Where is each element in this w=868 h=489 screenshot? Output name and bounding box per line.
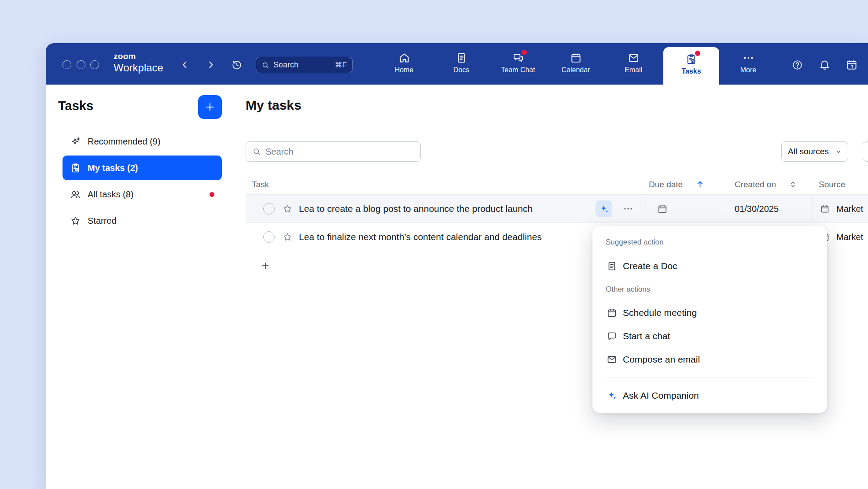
people-icon: [70, 189, 81, 200]
menu-item-label: Compose an email: [623, 354, 700, 365]
clipped-toolbar-control[interactable]: [863, 141, 868, 162]
help-button[interactable]: [790, 58, 804, 72]
search-icon: [261, 61, 269, 69]
column-divider: [726, 195, 726, 222]
task-source: Market: [836, 195, 863, 223]
sidebar-item-starred[interactable]: Starred: [63, 208, 222, 233]
source-calendar-icon: [820, 204, 830, 214]
chevron-down-icon: [835, 148, 842, 155]
menu-item-schedule-meeting[interactable]: Schedule meeting: [599, 301, 821, 324]
nav-label: Tasks: [681, 67, 701, 75]
task-title: Lea to finalize next month’s content cal…: [299, 223, 542, 251]
history-button[interactable]: [230, 58, 244, 72]
sidebar-item-label: My tasks (2): [88, 163, 138, 173]
doc-icon: [607, 261, 617, 271]
topbar-nav-email[interactable]: Email: [611, 52, 655, 74]
sidebar-item-all-tasks[interactable]: All tasks (8): [63, 182, 222, 207]
topbar-nav-home[interactable]: Home: [382, 52, 426, 74]
desktop-background: { "colors": { "accent": "#0b5cff", "topb…: [0, 0, 868, 489]
nav-label: Docs: [453, 66, 469, 74]
window-control-close[interactable]: [63, 60, 71, 69]
team-chat-notification-dot: [522, 50, 527, 55]
menu-item-label: Schedule meeting: [623, 307, 697, 318]
forward-button[interactable]: [204, 58, 218, 72]
sidebar-item-my-tasks[interactable]: My tasks (2): [63, 156, 222, 180]
topbar-nav-docs[interactable]: Docs: [439, 52, 483, 74]
tasks-search-input[interactable]: [265, 147, 414, 157]
menu-item-compose-email[interactable]: Compose an email: [599, 348, 821, 371]
global-search-shortcut: ⌘F: [335, 60, 347, 70]
app-window: zoom Workplace Search ⌘F Home Docs: [46, 43, 868, 489]
menu-item-create-doc[interactable]: Create a Doc: [599, 255, 821, 278]
add-due-date-icon[interactable]: [657, 204, 668, 214]
menu-item-label: Create a Doc: [623, 261, 677, 271]
menu-divider: [606, 378, 814, 378]
sidebar-item-recommended[interactable]: Recommended (9): [63, 129, 222, 154]
row-actions-button[interactable]: [620, 201, 636, 217]
back-button[interactable]: [178, 58, 192, 72]
task-row[interactable]: Lea to create a blog post to announce th…: [246, 195, 868, 223]
global-search-placeholder: Search: [273, 60, 298, 70]
sidebar-title: Tasks: [58, 99, 93, 113]
add-task-button[interactable]: [198, 95, 222, 119]
topbar-nav-more[interactable]: More: [726, 52, 770, 74]
global-search[interactable]: Search ⌘F: [256, 57, 353, 73]
source-filter-dropdown[interactable]: All sources: [781, 141, 848, 162]
ai-sparkle-icon: [607, 390, 617, 401]
all-tasks-notification-dot: [210, 192, 214, 197]
sidebar-item-label: All tasks (8): [88, 189, 133, 200]
ai-sparkle-icon: [599, 204, 609, 214]
sort-toggle-icon[interactable]: [789, 180, 797, 189]
header-source: Source: [819, 180, 845, 189]
logo-zoom: zoom: [114, 52, 163, 60]
task-checkbox[interactable]: [263, 231, 275, 243]
task-title: Lea to create a blog post to announce th…: [299, 195, 533, 223]
menu-item-label: Ask AI Companion: [623, 390, 699, 401]
topbar-nav-team-chat[interactable]: Team Chat: [496, 52, 540, 74]
menu-item-ask-ai-companion[interactable]: Ask AI Companion: [599, 384, 821, 407]
topbar-tab-tasks[interactable]: Tasks: [663, 47, 719, 85]
more-ellipsis-icon: [743, 52, 754, 64]
header-task: Task: [252, 180, 269, 189]
nav-label: More: [740, 66, 756, 74]
sort-ascending-icon[interactable]: [695, 180, 705, 189]
chevron-left-icon: [180, 59, 190, 70]
logo-workplace: Workplace: [114, 62, 163, 74]
envelope-icon: [607, 354, 617, 365]
chat-bubble-icon: [607, 331, 617, 341]
nav-label: Home: [395, 66, 414, 74]
menu-item-start-chat[interactable]: Start a chat: [599, 325, 821, 348]
star-icon[interactable]: [282, 204, 293, 214]
notifications-button[interactable]: [817, 58, 831, 72]
tasks-sidebar: Tasks Recommended (9) My tasks (2) All t…: [46, 85, 234, 489]
tasks-icon: [685, 53, 697, 65]
sidebar-item-label: Starred: [88, 216, 117, 226]
star-icon[interactable]: [282, 232, 293, 242]
task-source: Market: [836, 223, 863, 251]
search-icon: [252, 147, 261, 156]
window-control-maximize[interactable]: [90, 60, 99, 69]
task-list-icon: [70, 163, 81, 174]
task-checkbox[interactable]: [263, 203, 275, 215]
task-created-on: 01/30/2025: [735, 195, 779, 223]
ai-companion-button[interactable]: [596, 200, 612, 217]
page-title: My tasks: [246, 98, 302, 113]
history-clock-icon: [231, 59, 243, 70]
nav-label: Team Chat: [501, 66, 535, 74]
nav-label: Calendar: [562, 66, 590, 74]
team-chat-icon: [512, 52, 524, 64]
column-divider: [812, 195, 813, 222]
tasks-notification-dot: [695, 51, 700, 56]
menu-item-label: Start a chat: [623, 331, 670, 341]
bell-icon: [819, 59, 831, 71]
header-due-date[interactable]: Due date: [649, 180, 683, 189]
email-icon: [628, 52, 640, 64]
sidebar-item-label: Recommended (9): [88, 137, 161, 147]
zoom-workplace-logo: zoom Workplace: [114, 52, 163, 74]
header-created-on[interactable]: Created on: [735, 180, 776, 189]
topbar-nav-calendar[interactable]: Calendar: [554, 52, 598, 74]
home-icon: [398, 52, 410, 64]
date-picker-button[interactable]: [845, 58, 859, 72]
plus-icon: [204, 101, 216, 113]
window-control-minimize[interactable]: [77, 60, 85, 69]
